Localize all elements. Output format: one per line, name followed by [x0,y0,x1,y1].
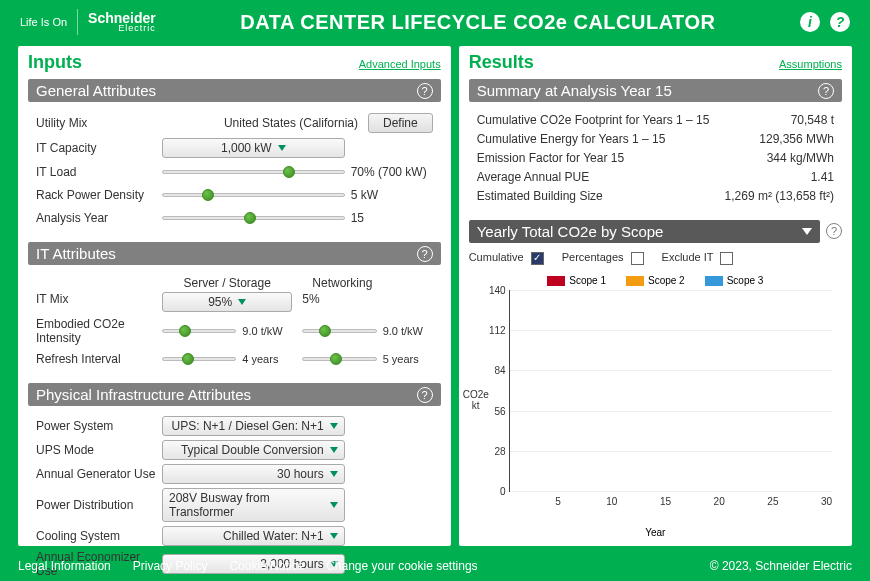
summary-value: 1,269 m² (13,658 ft²) [725,189,834,203]
refresh-net-slider[interactable] [302,357,376,361]
server-storage-col: Server / Storage [162,276,292,290]
embodied-server-slider[interactable] [162,329,236,333]
percentages-checkbox[interactable] [631,252,644,265]
define-button[interactable]: Define [368,113,433,133]
rack-density-label: Rack Power Density [36,188,156,202]
help-icon[interactable]: ? [417,387,433,403]
embodied-server-value: 9.0 t/kW [242,325,292,337]
help-icon[interactable]: ? [417,83,433,99]
summary-label: Cumulative Energy for Years 1 – 15 [477,132,666,146]
distribution-dropdown[interactable]: 208V Busway from Transformer [162,488,345,522]
chart-options: Cumulative Percentages Exclude IT [469,251,842,265]
summary-value: 1.41 [811,170,834,184]
it-load-slider[interactable] [162,170,345,174]
chevron-down-icon [330,423,338,429]
y-tick: 0 [478,485,506,496]
utility-mix-label: Utility Mix [36,116,156,130]
it-load-value: 70% (700 kW) [351,165,433,179]
x-tick: 5 [555,496,561,507]
embodied-label: Embodied CO2e Intensity [36,317,156,345]
footer-link[interactable]: Privacy Policy [133,559,208,573]
physical-attributes-header: Physical Infrastructure Attributes ? [28,383,441,406]
x-tick: 20 [714,496,725,507]
it-mix-label: IT Mix [36,276,156,306]
help-icon[interactable]: ? [417,246,433,262]
legend-item: Scope 1 [547,275,606,286]
embodied-net-slider[interactable] [302,329,376,333]
exclude-it-label: Exclude IT [662,251,714,263]
y-tick: 28 [478,445,506,456]
chart-selector-dropdown[interactable]: Yearly Total CO2e by Scope [469,220,820,243]
x-tick: 10 [606,496,617,507]
summary-label: Estimated Building Size [477,189,603,203]
info-icon[interactable]: i [800,12,820,32]
footer-link[interactable]: Cookie Notice [229,559,304,573]
analysis-year-slider[interactable] [162,216,345,220]
chart-plot: 028568411214051015202530 [509,290,832,492]
footer-link[interactable]: Change your cookie settings [326,559,477,573]
it-load-label: IT Load [36,165,156,179]
refresh-server-slider[interactable] [162,357,236,361]
y-tick: 84 [478,365,506,376]
refresh-server-value: 4 years [242,353,292,365]
summary-row: Average Annual PUE1.41 [477,170,834,184]
help-icon[interactable]: ? [826,223,842,239]
rack-density-slider[interactable] [162,193,345,197]
ups-mode-label: UPS Mode [36,443,156,457]
chart-area: Scope 1Scope 2Scope 3 CO2ekt 02856841121… [469,271,842,536]
cumulative-checkbox[interactable] [531,252,544,265]
ups-mode-dropdown[interactable]: Typical Double Conversion [162,440,345,460]
chevron-down-icon [330,447,338,453]
header: Life Is On SchneiderElectric DATA CENTER… [0,0,870,46]
chevron-down-icon [278,145,286,151]
networking-pct: 5% [302,292,352,306]
summary-value: 344 kg/MWh [767,151,834,165]
x-axis-label: Year [645,527,665,538]
x-tick: 25 [767,496,778,507]
y-tick: 112 [478,325,506,336]
exclude-it-checkbox[interactable] [720,252,733,265]
refresh-net-value: 5 years [383,353,433,365]
refresh-label: Refresh Interval [36,352,156,366]
cumulative-label: Cumulative [469,251,524,263]
brand-divider [77,9,78,35]
chevron-down-icon [802,228,812,235]
legend-item: Scope 2 [626,275,685,286]
x-tick: 30 [821,496,832,507]
help-icon[interactable]: ? [830,12,850,32]
power-system-dropdown[interactable]: UPS: N+1 / Diesel Gen: N+1 [162,416,345,436]
analysis-year-label: Analysis Year [36,211,156,225]
analysis-year-value: 15 [351,211,433,225]
results-title: Results [469,52,534,73]
results-panel: Results Assumptions Summary at Analysis … [459,46,852,546]
app-title: DATA CENTER LIFECYCLE CO2e CALCULATOR [156,11,800,34]
gen-use-dropdown[interactable]: 30 hours [162,464,345,484]
it-capacity-label: IT Capacity [36,141,156,155]
summary-row: Emission Factor for Year 15344 kg/MWh [477,151,834,165]
help-icon[interactable]: ? [818,83,834,99]
utility-mix-value: United States (California) [162,116,362,130]
chart-legend: Scope 1Scope 2Scope 3 [469,275,842,286]
summary-row: Estimated Building Size1,269 m² (13,658 … [477,189,834,203]
summary-header: Summary at Analysis Year 15 ? [469,79,842,102]
footer-link[interactable]: Legal Information [18,559,111,573]
y-tick: 56 [478,405,506,416]
chevron-down-icon [330,502,338,508]
general-attributes-header: General Attributes ? [28,79,441,102]
percentages-label: Percentages [562,251,624,263]
server-mix-dropdown[interactable]: 95% [162,292,292,312]
summary-label: Cumulative CO2e Footprint for Years 1 – … [477,113,710,127]
distribution-label: Power Distribution [36,498,156,512]
summary-value: 129,356 MWh [759,132,834,146]
footer: Legal InformationPrivacy PolicyCookie No… [0,551,870,581]
advanced-inputs-link[interactable]: Advanced Inputs [359,58,441,70]
networking-col: Networking [302,276,432,290]
brand-tagline: Life Is On [20,16,67,28]
chevron-down-icon [330,533,338,539]
assumptions-link[interactable]: Assumptions [779,58,842,70]
x-tick: 15 [660,496,671,507]
cooling-dropdown[interactable]: Chilled Water: N+1 [162,526,345,546]
power-system-label: Power System [36,419,156,433]
chevron-down-icon [330,471,338,477]
it-capacity-dropdown[interactable]: 1,000 kW [162,138,345,158]
